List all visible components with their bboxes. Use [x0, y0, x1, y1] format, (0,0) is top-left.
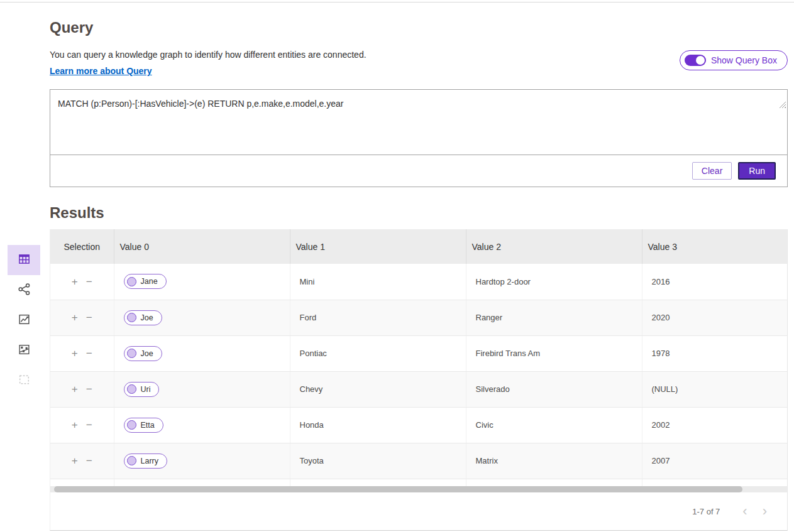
horizontal-scrollbar-thumb[interactable]	[54, 486, 742, 492]
entity-node-icon	[127, 277, 136, 286]
value0-cell: Joe	[114, 335, 290, 371]
selection-tool-button	[8, 366, 40, 396]
column-header-value3: Value 3	[642, 229, 787, 264]
value3-cell: 2002	[642, 407, 787, 443]
value1-cell: Toyota	[290, 443, 466, 479]
table-row: +− Etta Honda Civic 2002	[50, 407, 787, 443]
value2-cell: Matrix	[466, 443, 642, 479]
entity-chip-label: Joe	[141, 349, 153, 358]
results-view-rail	[8, 245, 40, 396]
entity-chip-label: Etta	[141, 421, 155, 430]
value1-cell: Ford	[290, 300, 466, 335]
entity-chip[interactable]: Larry	[124, 453, 167, 469]
remove-from-selection-button[interactable]: −	[86, 384, 92, 394]
entity-node-icon	[127, 456, 136, 465]
remove-from-selection-button[interactable]: −	[86, 348, 92, 359]
value0-cell: Jane	[114, 264, 290, 300]
entity-chip[interactable]: Etta	[124, 418, 163, 433]
value0-cell: Joe	[114, 300, 290, 335]
remove-from-selection-button[interactable]: −	[86, 312, 92, 323]
pagination-prev-button[interactable]: ‹	[735, 504, 754, 518]
table-row: +−	[50, 479, 787, 486]
entity-chip-label: Uri	[141, 385, 151, 394]
results-table-body: +− Jane Mini Hardtop 2-door 2016 +− Joe …	[50, 264, 787, 486]
query-title: Query	[50, 19, 788, 36]
value2-cell	[466, 479, 642, 486]
entity-node-icon	[127, 420, 136, 430]
value1-cell: Honda	[290, 407, 466, 443]
value0-cell: Uri	[114, 371, 290, 407]
table-row: +− Uri Chevy Silverado (NULL)	[50, 371, 787, 407]
results-title: Results	[50, 204, 788, 222]
remove-from-selection-button[interactable]: −	[86, 420, 92, 430]
entity-chip-label: Larry	[141, 457, 158, 465]
entity-chip[interactable]: Uri	[124, 382, 160, 397]
results-section: Selection Value 0 Value 1 Value 2 Value …	[50, 229, 788, 531]
pagination-range-label: 1-7 of 7	[692, 507, 720, 516]
run-button[interactable]: Run	[738, 162, 776, 180]
map-view-button[interactable]	[8, 335, 40, 366]
graph-view-button[interactable]	[8, 275, 40, 305]
add-to-selection-button[interactable]: +	[72, 348, 78, 359]
value0-cell	[114, 479, 290, 486]
show-query-box-toggle[interactable]: Show Query Box	[680, 50, 788, 70]
table-row: +− Larry Toyota Matrix 2007	[50, 443, 787, 479]
value3-cell: 1978	[642, 335, 787, 371]
add-to-selection-button[interactable]: +	[72, 276, 78, 287]
entity-chip[interactable]: Jane	[124, 274, 167, 289]
clear-button[interactable]: Clear	[692, 162, 732, 180]
entity-chip[interactable]: Joe	[124, 310, 162, 325]
horizontal-scrollbar-track[interactable]	[50, 486, 787, 492]
toggle-label: Show Query Box	[711, 55, 777, 65]
add-to-selection-button[interactable]: +	[72, 455, 78, 466]
column-header-value1: Value 1	[290, 229, 466, 264]
selection-cell: +−	[50, 264, 114, 300]
chart-view-button[interactable]	[8, 305, 40, 335]
column-header-value0: Value 0	[114, 229, 290, 264]
pagination-next-button[interactable]: ›	[755, 504, 775, 518]
query-page: Query You can query a knowledge graph to…	[50, 19, 788, 531]
selection-cell: +−	[50, 300, 114, 335]
selection-cell: +−	[50, 479, 114, 486]
learn-more-link[interactable]: Learn more about Query	[50, 66, 152, 76]
entity-chip[interactable]: Joe	[124, 346, 162, 361]
table-row: +− Joe Ford Ranger 2020	[50, 300, 787, 335]
entity-node-icon	[127, 384, 136, 394]
selection-cell: +−	[50, 407, 114, 443]
results-table: Selection Value 0 Value 1 Value 2 Value …	[50, 229, 788, 531]
value1-cell	[290, 479, 466, 486]
remove-from-selection-button[interactable]: −	[86, 455, 92, 466]
toggle-switch-icon	[685, 55, 706, 66]
value2-cell: Firebird Trans Am	[466, 335, 642, 371]
selection-cell: +−	[50, 335, 114, 371]
selection-cell: +−	[50, 443, 114, 479]
table-row: +− Joe Pontiac Firebird Trans Am 1978	[50, 335, 787, 371]
value1-cell: Pontiac	[290, 335, 466, 371]
entity-chip-label: Jane	[141, 277, 158, 286]
value2-cell: Hardtop 2-door	[466, 264, 642, 300]
value3-cell: (NULL)	[642, 371, 787, 407]
remove-from-selection-button[interactable]: −	[86, 276, 92, 287]
table-row: +− Jane Mini Hardtop 2-door 2016	[50, 264, 787, 300]
value3-cell: 2020	[642, 300, 787, 335]
table-view-button[interactable]	[8, 245, 40, 275]
add-to-selection-button[interactable]: +	[72, 420, 78, 430]
entity-node-icon	[127, 313, 136, 322]
column-header-selection: Selection	[50, 229, 114, 264]
value1-cell: Mini	[290, 264, 466, 300]
map-icon	[18, 343, 31, 359]
entity-chip-label: Joe	[141, 313, 153, 322]
page-top-divider	[0, 0, 794, 3]
query-input[interactable]: MATCH (p:Person)-[:HasVehicle]->(e) RETU…	[50, 90, 787, 155]
add-to-selection-button[interactable]: +	[72, 384, 78, 394]
value3-cell	[642, 479, 787, 486]
results-table-body-viewport: +− Jane Mini Hardtop 2-door 2016 +− Joe …	[50, 264, 787, 486]
value0-cell: Larry	[114, 443, 290, 479]
value2-cell: Silverado	[466, 371, 642, 407]
pagination-bar: 1-7 of 7 ‹ ›	[50, 492, 787, 530]
value2-cell: Civic	[466, 407, 642, 443]
table-icon	[18, 252, 31, 268]
value3-cell: 2016	[642, 264, 787, 300]
column-header-value2: Value 2	[466, 229, 642, 264]
add-to-selection-button[interactable]: +	[72, 312, 78, 323]
